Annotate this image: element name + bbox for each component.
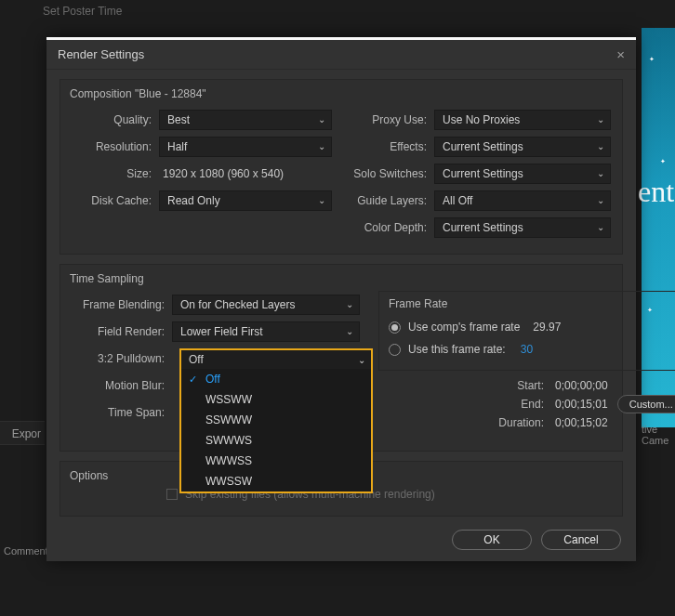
left-column: Quality: Best ⌄ Resolution: Half ⌄ Size:…: [70, 106, 332, 241]
color-depth-select[interactable]: Current Settings ⌄: [434, 217, 611, 238]
pulldown-label: 3:2 Pulldown:: [70, 352, 172, 365]
quality-select[interactable]: Best ⌄: [159, 110, 332, 130]
use-this-rate-label: Use this frame rate:: [408, 343, 506, 356]
chevron-down-icon: ⌄: [346, 326, 353, 336]
effects-select[interactable]: Current Settings ⌄: [434, 137, 611, 157]
disk-cache-label: Disk Cache:: [70, 194, 159, 207]
pulldown-select[interactable]: Off ⌄: [179, 348, 373, 369]
use-comp-rate-label: Use comp's frame rate: [408, 321, 520, 334]
frame-rate-title: Frame Rate: [389, 297, 675, 310]
use-comp-rate-radio[interactable]: [389, 321, 401, 334]
duration-value: 0;00;15;02: [551, 416, 608, 429]
duration-label: Duration:: [378, 416, 551, 429]
frame-blending-select[interactable]: On for Checked Layers ⌄: [172, 295, 360, 315]
set-poster-time-button[interactable]: Set Poster Time: [43, 0, 122, 22]
resolution-value: Half: [167, 140, 187, 153]
custom-timespan-button[interactable]: Custom...: [617, 395, 675, 413]
dialog-footer: OK Cancel: [452, 530, 621, 550]
pulldown-dropdown: Off WSSWW SSWWW SWWWS WWWSS WWSSW: [179, 369, 373, 493]
frame-rate-input[interactable]: 30: [521, 343, 533, 356]
start-label: Start:: [378, 379, 551, 392]
resolution-label: Resolution:: [70, 140, 159, 153]
frame-blending-label: Frame Blending:: [70, 298, 172, 311]
time-sampling-left: Frame Blending: On for Checked Layers ⌄ …: [70, 291, 360, 432]
end-label: End:: [378, 398, 551, 411]
effects-value: Current Settings: [443, 140, 523, 153]
size-value: 1920 x 1080 (960 x 540): [159, 167, 284, 180]
right-column: Proxy Use: Use No Proxies ⌄ Effects: Cur…: [351, 106, 613, 241]
pulldown-option-sswww[interactable]: SSWWW: [181, 410, 371, 430]
chevron-down-icon: ⌄: [597, 168, 604, 178]
field-render-select[interactable]: Lower Field First ⌄: [172, 321, 360, 342]
chevron-down-icon: ⌄: [597, 222, 604, 232]
frame-rate-group: Frame Rate Use comp's frame rate 29.97 U…: [378, 291, 675, 371]
skip-existing-checkbox[interactable]: [166, 489, 178, 500]
quality-label: Quality:: [70, 113, 159, 126]
time-sampling-right: Frame Rate Use comp's frame rate 29.97 U…: [378, 291, 675, 432]
export-button-fragment[interactable]: Expor: [0, 421, 45, 445]
solo-switches-label: Solo Switches:: [351, 167, 434, 180]
motion-blur-label: Motion Blur:: [70, 379, 172, 392]
pulldown-option-wssww[interactable]: WSSWW: [181, 389, 371, 410]
comp-rate-value: 29.97: [533, 321, 561, 334]
pulldown-value: Off: [189, 353, 204, 366]
time-sampling-section: Time Sampling Frame Blending: On for Che…: [60, 264, 623, 452]
proxy-use-label: Proxy Use:: [351, 113, 434, 126]
effects-label: Effects:: [351, 140, 434, 153]
color-depth-value: Current Settings: [443, 221, 523, 234]
cancel-button[interactable]: Cancel: [541, 530, 621, 550]
pulldown-option-wwssw[interactable]: WWSSW: [181, 471, 371, 491]
preview-text-fragment: ent: [638, 175, 674, 209]
guide-layers-value: All Off: [443, 194, 472, 207]
solo-switches-value: Current Settings: [443, 167, 523, 180]
quality-value: Best: [167, 113, 190, 126]
close-icon[interactable]: ×: [616, 46, 625, 62]
chevron-down-icon: ⌄: [597, 114, 604, 125]
solo-switches-select[interactable]: Current Settings ⌄: [434, 164, 611, 184]
use-this-rate-radio[interactable]: [389, 344, 401, 356]
size-label: Size:: [70, 167, 159, 180]
resolution-select[interactable]: Half ⌄: [159, 137, 332, 157]
pulldown-option-swwws[interactable]: SWWWS: [181, 430, 371, 451]
proxy-use-value: Use No Proxies: [443, 113, 520, 126]
guide-layers-select[interactable]: All Off ⌄: [434, 190, 611, 211]
chevron-down-icon: ⌄: [318, 141, 325, 151]
dialog-title: Render Settings: [58, 47, 144, 61]
chevron-down-icon: ⌄: [597, 195, 604, 205]
frame-blending-value: On for Checked Layers: [180, 298, 295, 311]
disk-cache-select[interactable]: Read Only ⌄: [159, 190, 332, 211]
time-span-label: Time Span:: [70, 406, 172, 419]
time-sampling-title: Time Sampling: [70, 272, 613, 285]
chevron-down-icon: ⌄: [358, 355, 365, 365]
chevron-down-icon: ⌄: [318, 114, 325, 125]
chevron-down-icon: ⌄: [346, 299, 353, 309]
start-value: 0;00;00;00: [551, 379, 608, 392]
pulldown-option-wwwss[interactable]: WWWSS: [181, 451, 371, 471]
field-render-label: Field Render:: [70, 325, 172, 338]
color-depth-label: Color Depth:: [351, 221, 434, 234]
composition-section: Composition "Blue - 12884" Quality: Best…: [60, 79, 623, 255]
chevron-down-icon: ⌄: [318, 195, 325, 205]
disk-cache-value: Read Only: [167, 194, 220, 207]
field-render-value: Lower Field First: [180, 325, 263, 338]
end-value: 0;00;15;01: [551, 398, 608, 411]
render-settings-dialog: Render Settings × Composition "Blue - 12…: [46, 37, 636, 561]
time-span-info: Start: 0;00;00;00 End: 0;00;15;01 Custom…: [378, 376, 675, 432]
chevron-down-icon: ⌄: [597, 141, 604, 151]
dialog-titlebar: Render Settings ×: [46, 40, 636, 70]
guide-layers-label: Guide Layers:: [351, 194, 434, 207]
pulldown-option-off[interactable]: Off: [181, 369, 371, 389]
proxy-use-select[interactable]: Use No Proxies ⌄: [434, 110, 611, 130]
composition-name: Composition "Blue - 12884": [70, 87, 613, 100]
ok-button[interactable]: OK: [452, 530, 532, 550]
